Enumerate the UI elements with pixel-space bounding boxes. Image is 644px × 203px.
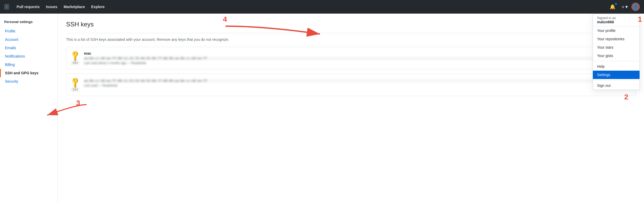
- sidebar-item-security[interactable]: Security: [0, 77, 57, 86]
- notifications-bell-button[interactable]: 🔔: [608, 3, 617, 11]
- key-icon-1: 🔑: [69, 49, 81, 62]
- ssh-key-meta-1: Last used about 2 months ago — Read/writ…: [84, 61, 611, 65]
- sidebar-item-emails[interactable]: Emails: [0, 44, 57, 52]
- notification-badge: [615, 3, 617, 5]
- user-dropdown-menu: Signed in as malun666 Your profile Your …: [593, 14, 640, 90]
- dropdown-your-stars[interactable]: Your stars: [593, 43, 640, 52]
- ssh-key-icon-container-1: 🔑 SSH: [71, 51, 80, 65]
- nav-marketplace[interactable]: Marketplace: [61, 3, 88, 11]
- ssh-key-name-1: mac: [84, 51, 611, 55]
- dropdown-your-repos[interactable]: Your repositories: [593, 35, 640, 43]
- sidebar: Personal settings Profile Account Emails…: [0, 14, 58, 203]
- nav-pull-requests[interactable]: Pull requests: [13, 3, 43, 11]
- navbar-right: 🔔 ＋▾ 👤: [608, 3, 640, 11]
- ssh-key-meta-2: Last used — Read/write: [84, 84, 611, 87]
- navbar-nav: Pull requests Issues Marketplace Explore: [13, 3, 108, 11]
- sidebar-item-notifications[interactable]: Notifications: [0, 52, 57, 60]
- dropdown-username: malun666: [597, 20, 635, 24]
- sidebar-item-account[interactable]: Account: [0, 35, 57, 44]
- navbar-logo: /: [4, 4, 9, 10]
- ssh-card-info-1: mac aa:bb:cc:dd:ee:ff:00:11:22:33:44:55:…: [84, 51, 611, 65]
- dropdown-divider-2: [593, 80, 640, 80]
- avatar-button[interactable]: 👤: [631, 3, 640, 11]
- plus-icon: ＋▾: [621, 4, 628, 10]
- sidebar-item-profile[interactable]: Profile: [0, 27, 57, 35]
- ssh-key-card-2: 🔑 SSH aa:bb:cc:dd:ee:ff:00:11:22:33:44:5…: [66, 74, 636, 96]
- dropdown-help[interactable]: Help: [593, 62, 640, 71]
- nav-explore[interactable]: Explore: [88, 3, 108, 11]
- dropdown-header: Signed in as malun666: [593, 14, 640, 26]
- dropdown-your-profile[interactable]: Your profile: [593, 26, 640, 35]
- key-icon-2: 🔑: [69, 76, 81, 88]
- navbar: / Pull requests Issues Marketplace Explo…: [0, 0, 644, 14]
- avatar: 👤: [632, 3, 639, 10]
- sidebar-item-ssh-gpg-keys[interactable]: SSH and GPG keys: [0, 69, 57, 77]
- page-description: This is a list of SSH keys associated wi…: [66, 37, 636, 42]
- ssh-card-info-2: aa:bb:cc:dd:ee:ff:00:11:22:33:44:55:66:7…: [84, 78, 611, 87]
- ssh-key-fingerprint-1: aa:bb:cc:dd:ee:ff:00:11:22:33:44:55:66:7…: [84, 57, 611, 60]
- new-item-button[interactable]: ＋▾: [619, 3, 629, 11]
- nav-issues[interactable]: Issues: [43, 3, 61, 11]
- dropdown-settings[interactable]: Settings: [593, 71, 640, 79]
- slash-icon: /: [6, 5, 7, 9]
- page-layout: Personal settings Profile Account Emails…: [0, 14, 644, 203]
- main-content: SSH keys New SSH key This is a list of S…: [58, 14, 644, 203]
- page-title: SSH keys: [66, 21, 94, 28]
- dropdown-your-gists[interactable]: Your gists: [593, 52, 640, 60]
- ssh-key-fingerprint-2: aa:bb:cc:dd:ee:ff:00:11:22:33:44:55:66:7…: [84, 79, 611, 83]
- sidebar-item-billing[interactable]: Billing: [0, 60, 57, 69]
- sidebar-title: Personal settings: [0, 18, 57, 27]
- page-header: SSH keys New SSH key: [66, 20, 636, 33]
- ssh-key-icon-container-2: 🔑 SSH: [71, 78, 80, 92]
- dropdown-sign-out[interactable]: Sign out: [593, 81, 640, 90]
- signed-in-label: Signed in as: [597, 16, 616, 20]
- avatar-icon: 👤: [634, 5, 638, 9]
- ssh-key-card-1: 🔑 SSH mac aa:bb:cc:dd:ee:ff:00:11:22:33:…: [66, 47, 636, 69]
- dropdown-divider-1: [593, 61, 640, 61]
